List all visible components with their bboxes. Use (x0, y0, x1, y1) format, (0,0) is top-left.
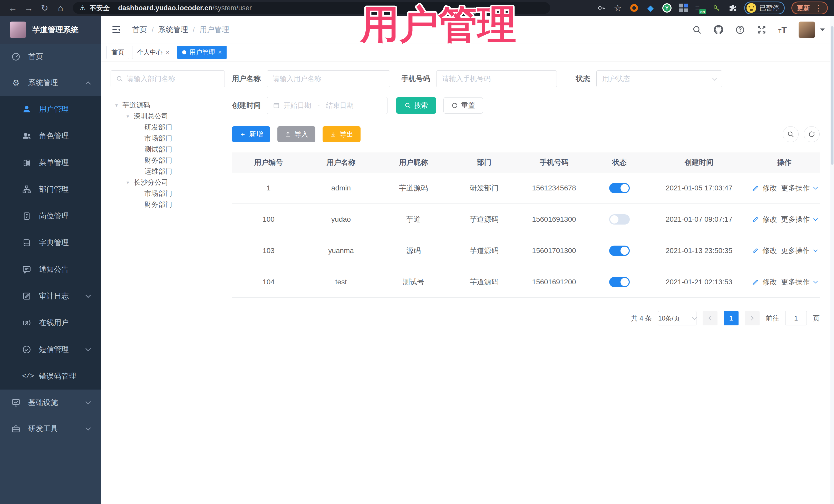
tree-node[interactable]: ▾芋道源码 (111, 100, 225, 111)
tree-node[interactable]: 测试部门 (111, 144, 225, 155)
status-toggle-off[interactable] (609, 214, 630, 224)
sidebar-item-dev-tools[interactable]: 研发工具 (0, 416, 101, 442)
bookmark-star-icon[interactable]: ☆ (613, 3, 622, 13)
tree-node[interactable]: 市场部门 (111, 133, 225, 144)
avatar-caret-icon[interactable] (820, 28, 825, 31)
status-toggle-on[interactable] (609, 277, 630, 287)
sidebar-item-post-management[interactable]: 岗位管理 (0, 203, 101, 229)
key-icon[interactable] (596, 3, 606, 13)
book-icon (22, 238, 31, 247)
close-icon[interactable]: × (218, 49, 222, 56)
github-icon[interactable] (714, 25, 723, 35)
edit-link[interactable]: 修改 (763, 215, 777, 224)
status-toggle-on[interactable] (609, 183, 630, 193)
sidebar-item-system-management[interactable]: ⚙ 系统管理 (0, 70, 101, 96)
browser-update-button[interactable]: 更新 ⋮ (791, 2, 828, 14)
search-icon[interactable] (692, 25, 702, 35)
fullscreen-icon[interactable] (757, 25, 767, 35)
mobile-input[interactable] (442, 75, 551, 83)
extension-gem-icon[interactable]: ◆ (646, 3, 655, 13)
extension-grid-icon[interactable] (679, 3, 688, 13)
browser-back-button[interactable]: ← (6, 2, 20, 14)
user-avatar[interactable] (798, 22, 815, 38)
page-size-select[interactable]: 10条/页 (658, 311, 697, 325)
more-actions-link[interactable]: 更多操作 (781, 246, 810, 256)
dept-search-input[interactable] (127, 75, 219, 83)
extension-on-switch-icon[interactable]: ≡on (695, 3, 705, 13)
page-scrollbar[interactable] (830, 16, 834, 504)
chevron-down-icon[interactable] (813, 248, 817, 252)
chevron-down-icon[interactable] (813, 279, 817, 283)
more-actions-link[interactable]: 更多操作 (781, 277, 810, 287)
mobile-field[interactable] (436, 70, 557, 87)
tree-node[interactable]: 财务部门 (111, 199, 225, 210)
sidebar-item-dept-management[interactable]: 部门管理 (0, 176, 101, 203)
import-button[interactable]: 导入 (278, 126, 315, 142)
current-page[interactable]: 1 (724, 311, 739, 325)
tree-node[interactable]: 运维部门 (111, 166, 225, 177)
extensions-puzzle-icon[interactable] (728, 3, 738, 13)
breadcrumb-system[interactable]: 系统管理 (158, 25, 188, 35)
chevron-down-icon[interactable] (813, 216, 817, 221)
date-range-picker[interactable]: 开始日期 - 结束日期 (267, 97, 388, 114)
username-field[interactable] (267, 70, 390, 87)
browser-forward-button[interactable]: → (22, 2, 36, 14)
status-toggle-on[interactable] (609, 246, 630, 256)
app-logo[interactable]: 芋道管理系统 (0, 16, 101, 44)
sidebar-item-role-management[interactable]: 角色管理 (0, 123, 101, 149)
sidebar-item-user-management[interactable]: 用户管理 (0, 96, 101, 123)
tree-node[interactable]: 财务部门 (111, 155, 225, 166)
sidebar-item-home[interactable]: 首页 (0, 44, 101, 70)
dept-search-box[interactable] (111, 70, 225, 87)
sidebar-item-audit-log[interactable]: 审计日志 (0, 283, 101, 309)
sidebar-item-dict-management[interactable]: 字典管理 (0, 229, 101, 256)
font-size-icon[interactable]: TT (778, 25, 787, 35)
edit-link[interactable]: 修改 (763, 277, 777, 287)
scrollbar-thumb[interactable] (831, 26, 833, 165)
edit-link[interactable]: 修改 (763, 246, 777, 256)
tab-home[interactable]: 首页 (107, 46, 129, 59)
chevron-down-icon[interactable] (813, 185, 817, 190)
username-input[interactable] (273, 75, 384, 83)
reset-button[interactable]: 重置 (443, 97, 483, 114)
tree-node[interactable]: 市场部门 (111, 188, 225, 199)
prev-page-button[interactable] (703, 311, 718, 325)
sidebar-item-sms-management[interactable]: 短信管理 (0, 336, 101, 363)
sidebar-item-notice[interactable]: 通知公告 (0, 256, 101, 283)
sidebar-item-online-users[interactable]: 在线用户 (0, 309, 101, 336)
next-page-button[interactable] (745, 311, 760, 325)
help-icon[interactable] (735, 25, 745, 35)
tree-caret-icon[interactable]: ▾ (125, 113, 131, 119)
tree-node[interactable]: ▾长沙分公司 (111, 177, 225, 188)
more-actions-link[interactable]: 更多操作 (781, 215, 810, 224)
collapse-sidebar-icon[interactable] (111, 24, 122, 36)
export-button[interactable]: 导出 (323, 126, 360, 142)
extension-orange-icon[interactable] (629, 3, 639, 13)
extension-green-y-icon[interactable]: Y (662, 3, 672, 13)
refresh-table-button[interactable] (804, 126, 820, 142)
tree-node[interactable]: ▾深圳总公司 (111, 111, 225, 122)
status-select[interactable]: 用户状态 (596, 70, 722, 87)
tab-user-management[interactable]: 用户管理 × (177, 46, 226, 59)
close-icon[interactable]: × (166, 49, 169, 56)
breadcrumb-home[interactable]: 首页 (132, 25, 147, 35)
search-button[interactable]: 搜索 (396, 97, 436, 114)
address-bar[interactable]: ⚠ 不安全 dashboard.yudao.iocoder.cn/system/… (73, 2, 550, 14)
toggle-search-button[interactable] (783, 126, 798, 142)
tree-caret-icon[interactable]: ▾ (125, 179, 131, 185)
profile-paused-badge[interactable]: 已暂停 (744, 2, 785, 14)
extension-green-key-icon[interactable] (711, 3, 721, 13)
add-button[interactable]: ＋ 新增 (232, 126, 270, 142)
sidebar-item-menu-management[interactable]: 菜单管理 (0, 149, 101, 176)
sidebar-item-infrastructure[interactable]: 基础设施 (0, 390, 101, 416)
tree-node[interactable]: 研发部门 (111, 122, 225, 133)
goto-page-input[interactable] (785, 311, 807, 325)
edit-link[interactable]: 修改 (763, 183, 777, 193)
tree-caret-icon[interactable]: ▾ (114, 102, 119, 108)
more-actions-link[interactable]: 更多操作 (781, 183, 810, 193)
tab-profile[interactable]: 个人中心 × (132, 46, 174, 59)
sidebar-item-error-code[interactable]: </> 错误码管理 (0, 363, 101, 390)
kebab-menu-icon[interactable]: ⋮ (815, 4, 822, 13)
browser-reload-button[interactable]: ↻ (38, 2, 51, 14)
browser-home-button[interactable]: ⌂ (54, 2, 67, 14)
